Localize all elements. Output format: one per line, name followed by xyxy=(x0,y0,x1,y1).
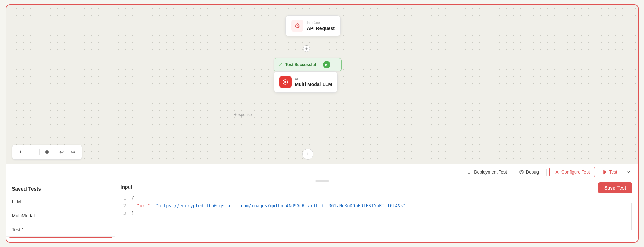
input-scrollbar xyxy=(631,203,632,230)
api-request-node[interactable]: ⚙ Interface API Request xyxy=(285,15,341,36)
test-play-button[interactable]: ▶ xyxy=(323,61,330,68)
saved-test-1[interactable]: Test 1 xyxy=(6,223,115,237)
zoom-in-button[interactable]: + xyxy=(16,147,26,157)
configure-test-icon xyxy=(555,170,559,175)
saved-tests-heading: Saved Tests xyxy=(6,180,115,195)
code-line-2: 2 "url": "https://encrypted-tbn0.gstatic… xyxy=(121,202,632,210)
redo-button[interactable]: ↪ xyxy=(68,147,78,157)
test-actions: ▶ ··· xyxy=(323,61,336,68)
canvas-area[interactable]: ⚙ Interface API Request + ✓ Test Success… xyxy=(6,5,638,164)
toolbar-divider-2 xyxy=(54,149,54,155)
deployment-test-label: Deployment Test xyxy=(474,169,507,175)
api-request-title: API Request xyxy=(307,26,335,31)
api-request-info: Interface API Request xyxy=(307,21,335,31)
saved-test-multimodal[interactable]: MultiModal xyxy=(6,209,115,223)
saved-tests-sidebar: Saved Tests LLM MultiModal Test 1 xyxy=(6,180,115,242)
multi-modal-llm-node[interactable]: AI Multi Modal LLM xyxy=(274,71,338,93)
topbar-separator xyxy=(546,169,547,176)
add-connector-btn[interactable]: + xyxy=(303,45,310,52)
configure-test-label: Configure Test xyxy=(561,169,590,175)
input-heading: Input xyxy=(115,180,638,192)
saved-test-llm[interactable]: LLM xyxy=(6,195,115,209)
add-node-button[interactable]: + xyxy=(302,149,313,160)
main-container: ⚙ Interface API Request + ✓ Test Success… xyxy=(6,4,639,243)
toolbar-divider-1 xyxy=(39,149,40,155)
llm-title: Multi Modal LLM xyxy=(295,82,332,87)
bottom-topbar: Deployment Test Debug Configure Test xyxy=(6,164,638,180)
debug-icon xyxy=(519,170,524,175)
svg-rect-3 xyxy=(47,150,49,152)
test-chevron-button[interactable] xyxy=(625,168,632,176)
llm-icon xyxy=(279,76,292,88)
save-test-label: Save Test xyxy=(604,185,626,191)
sidebar-scrollbar xyxy=(9,237,112,238)
connector-dashed-left xyxy=(235,9,235,151)
test-options-button[interactable]: ··· xyxy=(332,62,336,67)
debug-label: Debug xyxy=(526,169,539,175)
save-test-button[interactable]: Save Test xyxy=(598,182,632,193)
input-area: Input 1 { 2 "url": "https://encrypted-tb… xyxy=(115,180,638,242)
test-label: Test xyxy=(609,169,617,175)
debug-button[interactable]: Debug xyxy=(514,167,544,177)
svg-rect-4 xyxy=(45,152,47,154)
llm-info: AI Multi Modal LLM xyxy=(295,77,332,87)
test-successful-node: ✓ Test Successful ▶ ··· xyxy=(274,58,342,71)
configure-test-button[interactable]: Configure Test xyxy=(549,167,595,177)
connector-llm-down xyxy=(307,95,307,139)
code-line-3: 3 } xyxy=(121,210,632,217)
svg-rect-2 xyxy=(45,150,47,152)
test-chevron-icon xyxy=(627,170,630,174)
test-play-icon xyxy=(602,170,607,175)
code-editor[interactable]: 1 { 2 "url": "https://encrypted-tbn0.gst… xyxy=(115,192,638,242)
test-button[interactable]: Test xyxy=(598,167,622,177)
resize-handle[interactable] xyxy=(315,180,329,182)
fullscreen-button[interactable] xyxy=(42,147,52,157)
code-line-1: 1 { xyxy=(121,195,632,202)
svg-point-10 xyxy=(556,171,558,173)
save-test-area: Save Test xyxy=(598,182,632,230)
test-successful-label: Test Successful xyxy=(285,62,320,67)
test-check-icon: ✓ xyxy=(279,62,283,67)
api-request-icon: ⚙ xyxy=(291,20,303,32)
response-label: Response xyxy=(234,112,252,117)
deployment-test-button[interactable]: Deployment Test xyxy=(462,167,512,177)
svg-marker-11 xyxy=(604,170,606,174)
zoom-out-button[interactable]: − xyxy=(27,147,37,157)
llm-category: AI xyxy=(295,77,332,81)
api-request-category: Interface xyxy=(307,21,335,25)
undo-button[interactable]: ↩ xyxy=(56,147,67,157)
bottom-panel: Deployment Test Debug Configure Test xyxy=(6,164,638,242)
canvas-toolbar: + − ↩ ↪ xyxy=(12,145,82,160)
svg-point-1 xyxy=(284,81,286,83)
svg-rect-5 xyxy=(47,152,49,154)
deployment-test-icon xyxy=(467,170,472,175)
